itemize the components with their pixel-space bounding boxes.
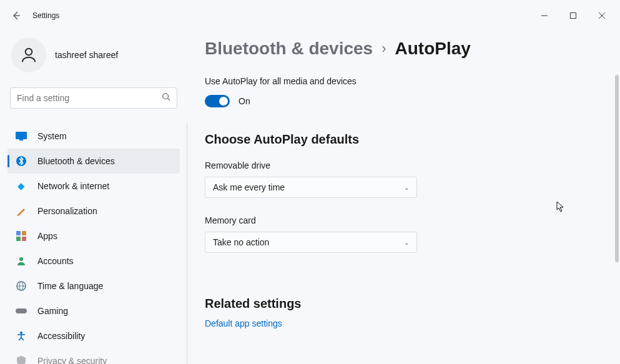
- sidebar-item-personalization[interactable]: Personalization: [7, 199, 180, 224]
- username: tashreef shareef: [55, 50, 118, 60]
- svg-rect-11: [22, 231, 26, 235]
- sidebar-item-label: Accounts: [37, 256, 74, 266]
- sidebar-item-system[interactable]: System: [7, 124, 180, 149]
- search-icon: [162, 92, 170, 104]
- svg-rect-8: [19, 139, 23, 140]
- scrollbar-thumb[interactable]: [615, 75, 619, 262]
- cursor-icon: [556, 201, 566, 214]
- close-button[interactable]: [588, 6, 616, 26]
- search-box[interactable]: [10, 87, 177, 109]
- sidebar-item-time-language[interactable]: Time & language: [7, 273, 180, 298]
- removable-drive-value: Ask me every time: [213, 182, 285, 192]
- svg-rect-16: [16, 308, 27, 313]
- sidebar-item-gaming[interactable]: Gaming: [7, 298, 180, 323]
- sidebar-item-label: Privacy & security: [37, 356, 107, 364]
- svg-point-5: [163, 94, 169, 99]
- maximize-button[interactable]: [559, 6, 588, 26]
- svg-rect-7: [16, 132, 27, 139]
- personalization-icon: [15, 205, 27, 217]
- content: Bluetooth & devices › AutoPlay Use AutoP…: [187, 31, 620, 364]
- svg-point-14: [19, 257, 23, 261]
- sidebar-item-label: Bluetooth & devices: [37, 156, 115, 166]
- sidebar-item-bluetooth-devices[interactable]: Bluetooth & devices: [7, 149, 180, 174]
- memory-card-dropdown[interactable]: Take no action ⌄: [205, 232, 417, 253]
- default-app-settings-link[interactable]: Default app settings: [205, 318, 595, 328]
- user-profile[interactable]: tashreef shareef: [7, 31, 180, 87]
- sidebar-item-label: Time & language: [37, 281, 103, 291]
- gaming-icon: [15, 305, 27, 317]
- sidebar-item-label: Accessibility: [37, 331, 85, 341]
- breadcrumb-parent[interactable]: Bluetooth & devices: [205, 39, 373, 59]
- time-language-icon: [15, 280, 27, 292]
- autoplay-toggle-label: Use AutoPlay for all media and devices: [205, 76, 595, 86]
- network-icon: ◆: [15, 180, 27, 192]
- sidebar-item-apps[interactable]: Apps: [7, 224, 180, 248]
- svg-point-17: [20, 332, 22, 334]
- sidebar-item-accessibility[interactable]: Accessibility: [7, 323, 180, 348]
- avatar: [11, 37, 46, 72]
- svg-rect-13: [22, 237, 26, 241]
- page-title: AutoPlay: [395, 39, 471, 59]
- bluetooth-icon: [15, 155, 27, 167]
- sidebar-item-label: Apps: [37, 231, 57, 241]
- svg-line-6: [168, 99, 170, 101]
- removable-drive-label: Removable drive: [205, 160, 595, 170]
- memory-card-label: Memory card: [205, 215, 595, 225]
- sidebar-item-accounts[interactable]: Accounts: [7, 248, 180, 273]
- nav: System Bluetooth & devices ◆ Network & i…: [7, 124, 180, 364]
- minimize-button[interactable]: [530, 6, 559, 26]
- sidebar-item-privacy-security[interactable]: Privacy & security: [7, 348, 180, 364]
- autoplay-toggle[interactable]: [205, 95, 230, 107]
- scrollbar[interactable]: [615, 75, 619, 337]
- apps-icon: [15, 230, 27, 242]
- app-title: Settings: [32, 11, 59, 20]
- search-input[interactable]: [17, 93, 162, 103]
- chevron-down-icon: ⌄: [404, 239, 409, 246]
- accessibility-icon: [15, 330, 27, 342]
- back-button[interactable]: [4, 3, 29, 28]
- defaults-heading: Choose AutoPlay defaults: [205, 132, 595, 147]
- system-icon: [15, 130, 27, 142]
- removable-drive-dropdown[interactable]: Ask me every time ⌄: [205, 177, 417, 198]
- sidebar-item-network[interactable]: ◆ Network & internet: [7, 174, 180, 199]
- sidebar: tashreef shareef System Bluetooth & devi…: [0, 31, 187, 364]
- privacy-icon: [15, 355, 27, 364]
- sidebar-item-label: Personalization: [37, 206, 97, 216]
- chevron-right-icon: ›: [381, 41, 386, 57]
- autoplay-toggle-state: On: [239, 96, 250, 106]
- chevron-down-icon: ⌄: [404, 184, 409, 191]
- sidebar-item-label: System: [37, 131, 67, 141]
- breadcrumb: Bluetooth & devices › AutoPlay: [205, 39, 595, 59]
- memory-card-value: Take no action: [213, 237, 269, 247]
- svg-rect-1: [571, 13, 576, 19]
- related-heading: Related settings: [205, 297, 595, 311]
- sidebar-item-label: Network & internet: [37, 181, 109, 191]
- accounts-icon: [15, 255, 27, 267]
- svg-point-4: [26, 49, 32, 56]
- svg-rect-12: [16, 237, 21, 241]
- svg-rect-10: [16, 231, 21, 235]
- sidebar-item-label: Gaming: [37, 306, 68, 316]
